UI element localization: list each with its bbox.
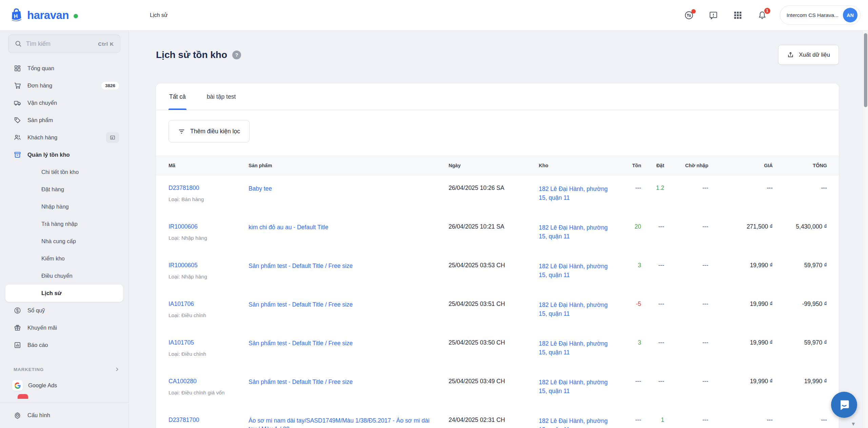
row-warehouse-link[interactable]: 182 Lê Đại Hành, phường 15, quận 11 (539, 378, 608, 396)
sidebar-item-khuyen-mai[interactable]: Khuyến mãi (5, 319, 123, 336)
row-product-link[interactable]: Sản phẩm test - Default Title / Free siz… (249, 262, 449, 270)
sidebar-subitem-dat-hang[interactable]: Đặt hàng (5, 181, 123, 198)
col-ngay: Ngày (449, 163, 539, 168)
row-cho-nhap: --- (703, 262, 708, 269)
sidebar-search-input[interactable]: Tìm kiếm Ctrl K (8, 35, 120, 53)
avatar: AN (843, 8, 857, 22)
sidebar-item-label: Tổng quan (27, 65, 54, 72)
row-code-link[interactable]: IR1000605 (169, 262, 198, 269)
sidebar-subitem-chi-tiet-ton-kho[interactable]: Chi tiết tồn kho (5, 163, 123, 181)
row-gia: --- (708, 184, 773, 192)
row-code: CA100280 (169, 378, 197, 385)
scrollbar-thumb[interactable] (864, 33, 867, 107)
sidebar-subitem-nhap-hang[interactable]: Nhập hàng (5, 198, 123, 215)
row-gia: 19,990 ₫ (708, 262, 773, 269)
row-ton: 3 (638, 339, 641, 346)
row-tong: --- (773, 416, 827, 424)
row-warehouse: 182 Lê Đại Hành, phường 15, quận 11 (539, 417, 608, 428)
row-product-link[interactable]: Sản phẩm test - Default Title / Free siz… (249, 300, 449, 309)
sidebar-item-label: Cấu hình (27, 412, 50, 419)
tag-icon (14, 116, 21, 124)
page-scrollbar[interactable] (863, 31, 868, 428)
row-product: Áo sơ mi nam dài tay/SASD1749M/Màu 1/38/… (249, 417, 430, 428)
row-code-link[interactable]: IA101705 (169, 339, 194, 346)
row-code-link[interactable]: IR1000606 (169, 223, 198, 230)
row-code-link[interactable]: D23781800 (169, 184, 199, 191)
sidebar-item-cau-hinh[interactable]: Cấu hình (0, 402, 129, 428)
sidebar-item-label: Vận chuyển (27, 100, 57, 106)
help-icon[interactable]: ? (232, 51, 241, 59)
row-product-link[interactable]: kim chi đỏ au au - Default Title (249, 223, 449, 232)
row-warehouse-link[interactable]: 182 Lê Đại Hành, phường 15, quận 11 (539, 339, 608, 357)
row-warehouse-link[interactable]: 182 Lê Đại Hành, phường 15, quận 11 (539, 416, 608, 428)
sidebar-item-label: Khách hàng (27, 134, 57, 141)
scroll-down-arrow-icon[interactable]: ▼ (851, 421, 856, 427)
feedback-button[interactable] (709, 11, 718, 20)
sidebar-item-so-quy[interactable]: Sổ quỹ (5, 302, 123, 319)
sidebar-item-label: Quản lý tồn kho (27, 152, 70, 158)
row-ton: --- (635, 184, 641, 191)
sidebar-subitem-nha-cung-cap[interactable]: Nhà cung cấp (5, 233, 123, 250)
popout-panel-icon[interactable] (106, 132, 119, 143)
table-row: IA101706 Loại: Điều chỉnh Sản phẩm test … (156, 292, 839, 330)
breadcrumb: Lịch sử (150, 12, 168, 18)
row-warehouse-link[interactable]: 182 Lê Đại Hành, phường 15, quận 11 (539, 223, 608, 241)
haravan-logo[interactable]: H haravan (0, 7, 129, 23)
row-code-link[interactable]: D23781700 (169, 416, 199, 423)
sidebar-item-partial[interactable] (5, 394, 123, 399)
sidebar-item-san-pham[interactable]: Sản phẩm (5, 112, 123, 129)
row-product-link[interactable]: Sản phẩm test - Default Title / Free siz… (249, 339, 449, 348)
customers-icon (14, 134, 21, 141)
sidebar-subitem-lich-su[interactable]: Lịch sử (5, 285, 123, 302)
sidebar-item-quan-ly-ton-kho[interactable]: Quản lý tồn kho (5, 146, 123, 163)
row-code-link[interactable]: CA100280 (169, 378, 197, 385)
row-product-link[interactable]: Sản phẩm test - Default Title / Free siz… (249, 378, 449, 386)
row-product: Baby tee (249, 185, 272, 192)
sidebar-item-van-chuyen[interactable]: Vận chuyển (5, 94, 123, 112)
sidebar-item-label: Báo cáo (27, 342, 48, 348)
subitem-label: Nhập hàng (41, 203, 69, 210)
row-code-link[interactable]: IA101706 (169, 300, 194, 307)
row-dat: --- (658, 300, 664, 307)
tab-bai-tap-test[interactable]: bài tập test (206, 83, 237, 110)
row-date: 26/04/2025 10:21 SA (449, 223, 539, 230)
row-ton: -5 (636, 300, 641, 307)
row-warehouse-link[interactable]: 182 Lê Đại Hành, phường 15, quận 11 (539, 300, 608, 318)
sidebar-subitem-kiem-kho[interactable]: Kiểm kho (5, 250, 123, 267)
inventory-icon (14, 151, 21, 159)
row-dat: --- (658, 339, 664, 346)
sidebar-item-khach-hang[interactable]: Khách hàng (5, 129, 123, 146)
col-dat: Đặt (641, 163, 664, 168)
row-cho-nhap: --- (703, 300, 708, 307)
sidebar-subitem-tra-hang-nhap[interactable]: Trả hàng nhập (5, 215, 123, 233)
row-product-link[interactable]: Baby tee (249, 184, 449, 193)
sidebar-item-google-ads[interactable]: Google Ads (5, 377, 123, 394)
promotion-icon (14, 324, 21, 332)
notifications-bell-button[interactable]: 1 (757, 11, 767, 20)
logo-status-dot (74, 14, 78, 18)
subitem-label: Kiểm kho (41, 255, 65, 262)
sidebar-subitem-dieu-chuyen[interactable]: Điều chuyển (5, 267, 123, 285)
sidebar-item-don-hang[interactable]: Đơn hàng 3826 (5, 77, 123, 94)
sidebar-item-tong-quan[interactable]: Tổng quan (5, 60, 123, 77)
row-warehouse: 182 Lê Đại Hành, phường 15, quận 11 (539, 340, 608, 356)
col-kho: Kho (539, 163, 617, 168)
sidebar-item-label: Google Ads (28, 382, 57, 389)
chat-widget-button[interactable] (831, 392, 857, 418)
row-product-link[interactable]: Áo sơ mi nam dài tay/SASD1749M/Màu 1/38/… (249, 416, 449, 428)
tab-tat-ca[interactable]: Tất cả (169, 83, 186, 110)
account-menu[interactable]: Intercom CS Harava... AN (780, 5, 861, 25)
row-warehouse-link[interactable]: 182 Lê Đại Hành, phường 15, quận 11 (539, 262, 608, 280)
chat-icon (838, 398, 851, 411)
sidebar-section-marketing[interactable]: MARKETING (5, 362, 123, 377)
sync-status-button[interactable] (684, 11, 694, 20)
row-date: 25/04/2025 03:51 CH (449, 300, 539, 308)
chevron-right-icon (114, 367, 120, 372)
row-warehouse-link[interactable]: 182 Lê Đại Hành, phường 15, quận 11 (539, 184, 608, 202)
marketing-app-icon-partial (18, 394, 28, 399)
add-filter-button[interactable]: Thêm điều kiện lọc (169, 120, 250, 142)
apps-grid-button[interactable] (733, 11, 743, 20)
sidebar-item-bao-cao[interactable]: Báo cáo (5, 336, 123, 354)
top-header: H haravan Lịch sử (0, 0, 868, 31)
export-data-button[interactable]: Xuất dữ liệu (778, 45, 839, 65)
